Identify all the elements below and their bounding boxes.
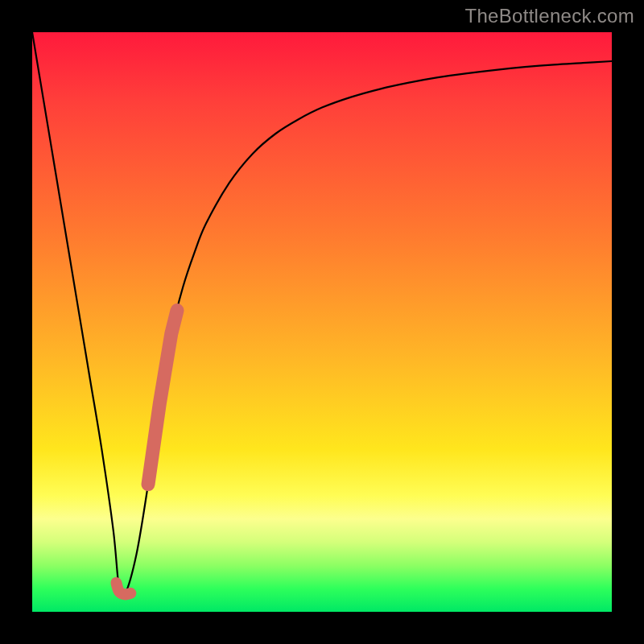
watermark-text: TheBottleneck.com — [464, 5, 634, 27]
chart-frame: TheBottleneck.com — [0, 0, 644, 644]
highlight-rise — [148, 311, 177, 485]
bottleneck-curve — [32, 32, 612, 598]
curves-svg — [32, 32, 612, 612]
plot-area — [32, 32, 612, 612]
